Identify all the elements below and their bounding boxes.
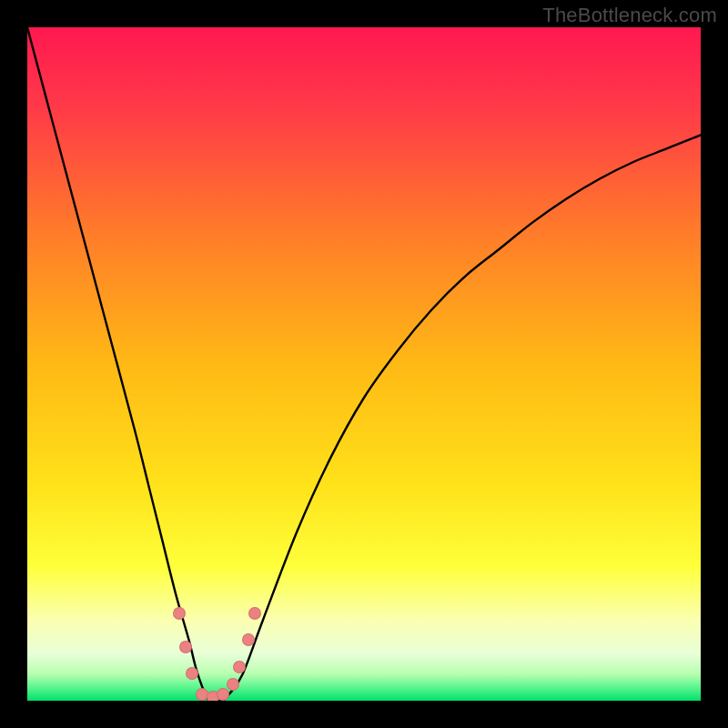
- plot-area: [27, 27, 701, 701]
- data-marker: [217, 688, 229, 701]
- data-marker: [242, 633, 255, 646]
- watermark-text: TheBottleneck.com: [542, 4, 717, 27]
- curve-markers: [27, 27, 701, 701]
- data-marker: [179, 641, 192, 653]
- data-marker: [233, 661, 246, 673]
- data-marker: [227, 678, 239, 691]
- data-marker: [173, 607, 186, 620]
- data-marker: [248, 607, 261, 620]
- data-marker: [186, 667, 198, 680]
